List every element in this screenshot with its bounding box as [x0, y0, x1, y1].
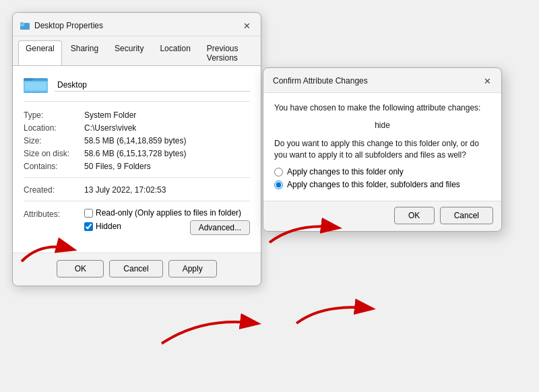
title-bar: Desktop Properties ✕: [13, 13, 261, 36]
svg-rect-2: [20, 22, 24, 24]
window-icon: [20, 20, 30, 31]
tab-sharing[interactable]: Sharing: [63, 40, 106, 65]
readonly-row: Read-only (Only applies to files in fold…: [84, 208, 250, 218]
hidden-attr-row: Hidden: [84, 222, 121, 231]
size-value: 58.5 MB (6,14,18,859 bytes): [84, 135, 250, 146]
size-disk-value: 58.6 MB (6,15,13,728 bytes): [84, 148, 250, 159]
svg-rect-7: [25, 82, 46, 90]
type-value: System Folder: [84, 110, 250, 121]
tab-security[interactable]: Security: [107, 40, 151, 65]
content-area: Type: System Folder Location: C:\Users\v…: [13, 65, 261, 253]
arrow-1: [15, 228, 82, 268]
title-bar-left: Desktop Properties: [20, 20, 103, 31]
info-section-2: Created: 13 July 2022, 17:02:53: [24, 185, 250, 201]
attributes-controls: Read-only (Only applies to files in fold…: [84, 208, 250, 235]
confirm-cancel-button[interactable]: Cancel: [440, 207, 493, 224]
radio-option-1: Apply changes to this folder only: [274, 167, 490, 176]
type-label: Type:: [24, 110, 84, 121]
confirm-attribute-value: hide: [274, 121, 490, 130]
hidden-row: Hidden Advanced...: [84, 220, 250, 235]
location-value: C:\Users\vivek: [84, 123, 250, 133]
radio-folder-only[interactable]: [274, 168, 283, 176]
confirm-description: You have chosen to make the following at…: [274, 102, 490, 114]
contains-value: 50 Files, 9 Folders: [84, 161, 250, 172]
readonly-checkbox[interactable]: [84, 209, 93, 218]
arrow-4: [290, 290, 377, 330]
confirm-title-text: Confirm Attribute Changes: [273, 76, 368, 86]
tab-general[interactable]: General: [18, 40, 62, 65]
confirm-ok-button[interactable]: OK: [394, 207, 435, 224]
arrow-2: [155, 303, 263, 357]
created-label: Created:: [24, 185, 84, 195]
tab-location[interactable]: Location: [152, 40, 197, 65]
size-label: Size:: [24, 135, 84, 146]
contains-label: Contains:: [24, 161, 84, 172]
location-label: Location:: [24, 123, 84, 133]
cancel-button[interactable]: Cancel: [109, 260, 162, 277]
folder-name-input[interactable]: [55, 79, 250, 92]
close-button[interactable]: ✕: [239, 18, 254, 33]
radio-folder-subfolders-label[interactable]: Apply changes to this folder, subfolders…: [287, 180, 460, 189]
radio-folder-subfolders[interactable]: [274, 181, 283, 189]
confirm-question: Do you want to apply this change to this…: [274, 138, 490, 161]
window-title: Desktop Properties: [34, 21, 103, 30]
confirm-close-button[interactable]: ✕: [480, 73, 495, 88]
confirm-title-bar: Confirm Attribute Changes ✕: [263, 68, 501, 93]
readonly-label[interactable]: Read-only (Only applies to files in fold…: [96, 208, 241, 218]
folder-icon-large: [24, 74, 48, 96]
size-disk-label: Size on disk:: [24, 148, 84, 159]
created-value: 13 July 2022, 17:02:53: [84, 185, 250, 195]
confirm-body: You have chosen to make the following at…: [263, 93, 501, 201]
attributes-label: Attributes:: [24, 208, 84, 219]
radio-option-2: Apply changes to this folder, subfolders…: [274, 180, 490, 189]
advanced-button[interactable]: Advanced...: [190, 220, 250, 235]
radio-folder-only-label[interactable]: Apply changes to this folder only: [287, 167, 404, 176]
arrow-3: [263, 209, 344, 249]
info-section-1: Type: System Folder Location: C:\Users\v…: [24, 110, 250, 178]
apply-button[interactable]: Apply: [168, 260, 217, 277]
tab-previous-versions[interactable]: Previous Versions: [199, 40, 255, 65]
folder-name-row: [24, 74, 250, 102]
confirm-dialog: Confirm Attribute Changes ✕ You have cho…: [263, 67, 502, 232]
hidden-label[interactable]: Hidden: [96, 222, 121, 231]
hidden-checkbox[interactable]: [84, 222, 93, 231]
tabs-bar: General Sharing Security Location Previo…: [13, 36, 261, 65]
